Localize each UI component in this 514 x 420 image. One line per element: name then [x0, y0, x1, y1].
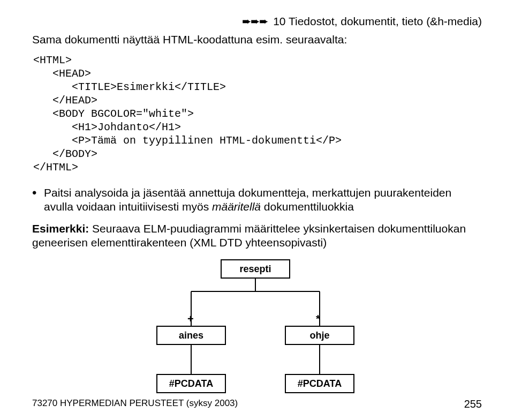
node-right-child: ohje: [285, 326, 354, 345]
tree-diagram: resepti + * aines ohje #PCDATA #PCDATA: [118, 259, 396, 399]
code-block: <HTML> <HEAD> <TITLE>Esimerkki</TITLE> <…: [33, 54, 482, 174]
page-footer: 73270 HYPERMEDIAN PERUSTEET (syksy 2003)…: [32, 398, 482, 410]
bullet-item: Paitsi analysoida ja jäsentää annettuja …: [32, 186, 482, 214]
bullet-list: Paitsi analysoida ja jäsentää annettuja …: [32, 186, 482, 214]
header-text: 10 Tiedostot, dokumentit, tieto (&h-medi…: [273, 15, 482, 27]
bullet-text-italic: määritellä: [212, 200, 261, 213]
bullet-text-post: dokumenttiluokkia: [261, 200, 354, 213]
node-left-child: aines: [156, 326, 226, 345]
page-number: 255: [464, 398, 482, 410]
example-label: Esimerkki:: [32, 222, 89, 235]
example-text: Seuraava ELM-puudiagrammi määrittelee yk…: [32, 222, 466, 249]
intro-text: Sama dokumentti näyttää HTML-koodattuna …: [32, 33, 482, 46]
node-right-leaf: #PCDATA: [285, 374, 354, 393]
example-paragraph: Esimerkki: Seuraava ELM-puudiagrammi mää…: [32, 222, 482, 250]
arrow-icons: ➨➨➨: [242, 15, 268, 27]
decorator-star: *: [316, 313, 320, 325]
decorator-plus: +: [187, 313, 194, 325]
node-root: resepti: [221, 259, 290, 279]
page-header: ➨➨➨ 10 Tiedostot, dokumentit, tieto (&h-…: [32, 15, 482, 28]
node-left-leaf: #PCDATA: [156, 374, 226, 393]
footer-left: 73270 HYPERMEDIAN PERUSTEET (syksy 2003): [32, 398, 238, 410]
